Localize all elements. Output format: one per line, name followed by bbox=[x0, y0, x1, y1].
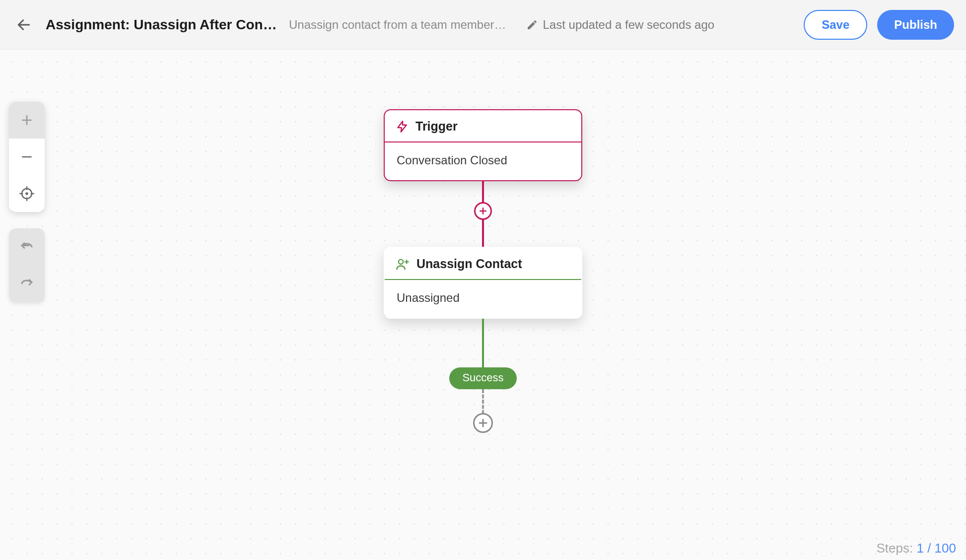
steps-counter: Steps: 1 / 100 bbox=[876, 541, 956, 556]
zoom-controls bbox=[9, 102, 45, 212]
save-button[interactable]: Save bbox=[804, 10, 867, 40]
trigger-node[interactable]: Trigger Conversation Closed bbox=[384, 109, 582, 181]
success-pill: Success bbox=[449, 367, 516, 389]
trigger-node-value: Conversation Closed bbox=[385, 142, 581, 180]
crosshair-icon bbox=[19, 186, 34, 201]
minus-icon bbox=[20, 150, 33, 163]
svg-point-9 bbox=[26, 193, 28, 195]
connector-dashed bbox=[482, 389, 484, 414]
trigger-node-head: Trigger bbox=[385, 110, 581, 142]
lightning-icon bbox=[396, 120, 409, 133]
page-title: Assignment: Unassign After Conver… bbox=[46, 17, 279, 33]
pencil-icon bbox=[526, 19, 538, 31]
connector bbox=[482, 181, 484, 203]
svg-point-13 bbox=[399, 259, 403, 264]
zoom-in-button[interactable] bbox=[9, 102, 45, 139]
steps-max: 100 bbox=[935, 541, 956, 556]
publish-button[interactable]: Publish bbox=[877, 10, 954, 40]
steps-current: 1 bbox=[916, 541, 923, 556]
connector bbox=[482, 219, 484, 247]
steps-label: Steps: bbox=[876, 541, 913, 556]
page-subtitle[interactable]: Unassign contact from a team member… bbox=[289, 18, 506, 32]
action-node-title: Unassign Contact bbox=[416, 257, 522, 271]
user-plus-icon bbox=[396, 257, 410, 271]
steps-sep: / bbox=[927, 541, 931, 556]
recenter-button[interactable] bbox=[9, 175, 45, 212]
redo-button[interactable] bbox=[9, 265, 45, 302]
connector bbox=[482, 319, 484, 367]
plus-icon bbox=[477, 417, 489, 429]
action-node-value: Unassigned bbox=[385, 280, 581, 318]
canvas-wrap: Trigger Conversation Closed Unassign Con… bbox=[0, 50, 966, 560]
zoom-out-button[interactable] bbox=[9, 139, 45, 175]
trigger-node-title: Trigger bbox=[415, 119, 458, 134]
svg-marker-10 bbox=[398, 121, 406, 132]
last-updated-text: Last updated a few seconds ago bbox=[543, 18, 715, 32]
last-updated: Last updated a few seconds ago bbox=[526, 18, 715, 32]
add-step-button[interactable] bbox=[474, 202, 492, 220]
action-node[interactable]: Unassign Contact Unassigned bbox=[384, 247, 582, 319]
header-bar: Assignment: Unassign After Conver… Unass… bbox=[0, 0, 966, 50]
undo-button[interactable] bbox=[9, 228, 45, 265]
redo-icon bbox=[19, 276, 34, 291]
back-button[interactable] bbox=[12, 13, 36, 37]
flow-column: Trigger Conversation Closed Unassign Con… bbox=[384, 109, 582, 432]
arrow-left-icon bbox=[16, 17, 32, 33]
undo-icon bbox=[19, 239, 34, 254]
plus-icon bbox=[20, 114, 33, 127]
action-node-head: Unassign Contact bbox=[385, 248, 581, 280]
plus-icon bbox=[478, 206, 488, 216]
add-end-step-button[interactable] bbox=[473, 413, 493, 433]
history-controls bbox=[9, 228, 45, 302]
